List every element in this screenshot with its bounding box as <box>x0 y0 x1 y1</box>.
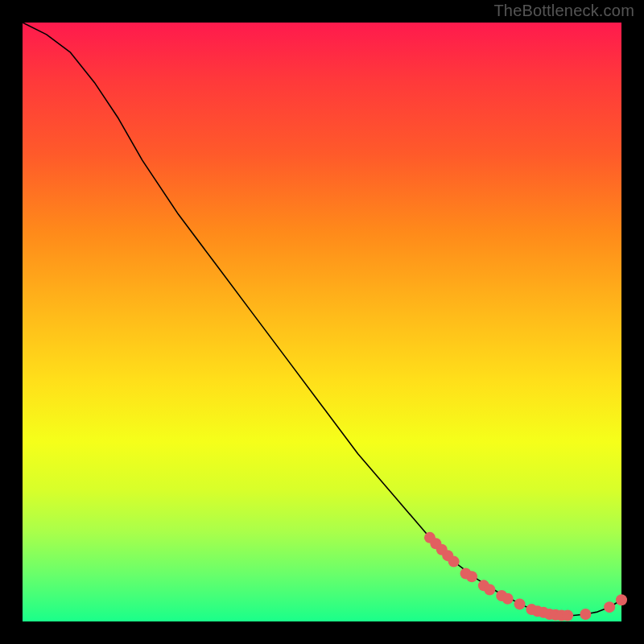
plot-area <box>23 23 621 621</box>
plot-svg <box>23 23 621 621</box>
watermark-text: TheBottleneck.com <box>493 2 634 20</box>
data-marker <box>514 598 526 609</box>
bottleneck-curve <box>23 23 621 616</box>
data-marker <box>562 610 573 621</box>
marker-group <box>424 532 627 621</box>
data-marker <box>466 571 477 582</box>
data-marker <box>616 594 627 605</box>
data-marker <box>502 593 514 605</box>
data-marker <box>484 584 495 596</box>
data-marker <box>604 601 615 613</box>
data-marker <box>448 556 460 568</box>
chart-frame: TheBottleneck.com <box>0 0 644 644</box>
data-marker <box>580 609 591 620</box>
